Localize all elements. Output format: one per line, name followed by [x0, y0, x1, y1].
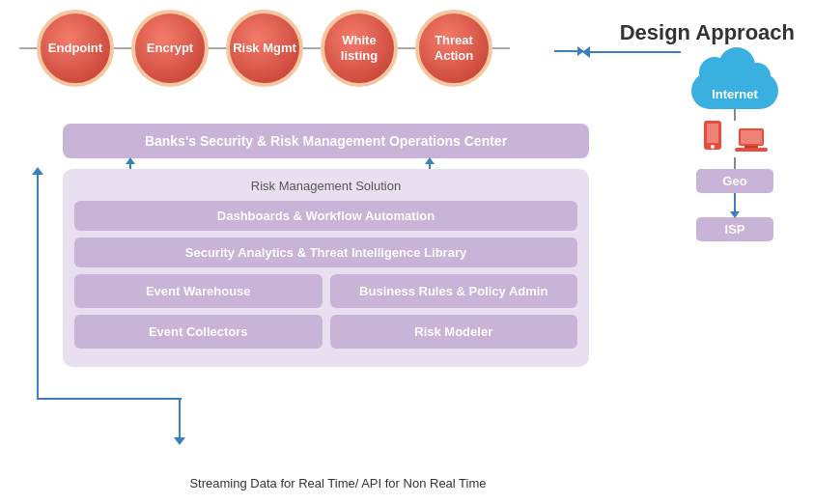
- row1: Event Warehouse Business Rules & Policy …: [74, 274, 577, 308]
- laptop-icon: [735, 128, 768, 157]
- event-collectors-box: Event Collectors: [74, 315, 323, 349]
- bottom-h-line: [37, 398, 182, 400]
- bottom-v-arrow: [179, 398, 181, 438]
- ops-center-box: Banks's Security & Risk Management Opera…: [63, 124, 589, 158]
- isp-arrow-left: [582, 46, 590, 58]
- circle-encrypt: Encrypt: [131, 10, 209, 87]
- devices-row: [702, 121, 768, 157]
- risk-modeler-box: Risk Modeler: [330, 315, 578, 349]
- row2: Event Collectors Risk Modeler: [74, 315, 577, 349]
- geo-arrow-head: [730, 211, 740, 218]
- event-warehouse-box: Event Warehouse: [74, 274, 323, 308]
- connector-line: [303, 47, 321, 49]
- arrow-to-circles: [554, 50, 583, 52]
- cloud-bump3: [744, 63, 771, 90]
- svg-rect-5: [735, 148, 768, 152]
- circle-threat-action: Threat Action: [415, 10, 492, 87]
- arrow-up-right: [425, 157, 435, 164]
- connector-line: [492, 47, 510, 49]
- connector-line: [398, 47, 415, 49]
- connector-line: [209, 47, 226, 49]
- main-container: Design Approach Endpoint Encrypt Risk Mg…: [0, 0, 814, 504]
- streaming-text: Streaming Data for Real Time/ API for No…: [48, 476, 628, 490]
- isp-to-circles-line: [589, 51, 681, 53]
- internet-label: Internet: [691, 87, 778, 101]
- left-vertical-line: [37, 174, 39, 398]
- dashboard-box: Dashboards & Workflow Automation: [74, 201, 577, 231]
- arrow-up-left: [126, 157, 135, 164]
- circle-endpoint: Endpoint: [37, 10, 114, 87]
- business-rules-box: Business Rules & Policy Admin: [330, 274, 578, 308]
- cloud-line-down: [734, 109, 736, 121]
- circle-white-listing: White listing: [321, 10, 398, 87]
- risk-mgmt-title: Risk Management Solution: [74, 179, 577, 193]
- geo-box: Geo: [696, 169, 773, 193]
- connector-line: [19, 47, 37, 49]
- circles-row: Endpoint Encrypt Risk Mgmt White listing…: [19, 10, 510, 87]
- svg-rect-4: [741, 130, 762, 144]
- devices-to-geo-line: [734, 157, 736, 169]
- svg-rect-1: [707, 124, 718, 143]
- internet-cloud: Internet: [691, 56, 778, 109]
- right-side-panel: Internet: [677, 39, 793, 241]
- isp-box: ISP: [696, 217, 773, 241]
- circle-risk-mgmt: Risk Mgmt: [226, 10, 303, 87]
- geo-to-isp-arrow: [734, 193, 736, 212]
- left-arrow-up: [32, 167, 43, 175]
- connector-line: [114, 47, 131, 49]
- svg-rect-6: [744, 146, 758, 148]
- phone-icon: [702, 121, 723, 157]
- svg-point-2: [711, 145, 715, 149]
- bottom-arrow-head: [174, 437, 185, 445]
- risk-mgmt-container: Risk Management Solution Dashboards & Wo…: [63, 169, 589, 367]
- analytics-box: Security Analytics & Threat Intelligence…: [74, 238, 577, 267]
